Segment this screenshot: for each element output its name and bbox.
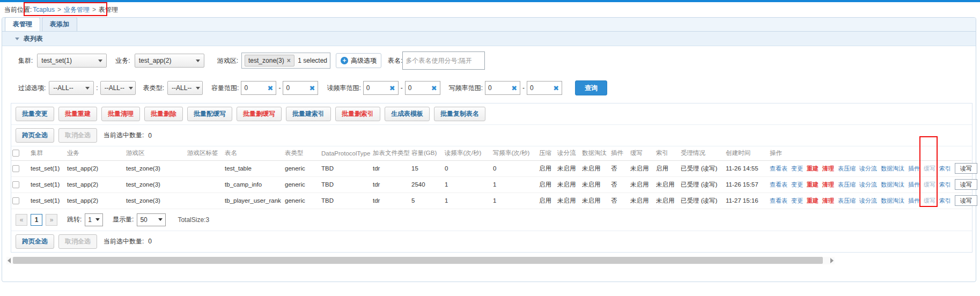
write-freq-to-input[interactable]: 0 ✖ [527, 81, 562, 95]
page-size-select[interactable]: 50 [137, 213, 166, 226]
action-mode-select[interactable]: 读写 [955, 179, 977, 190]
tab-table-management[interactable]: 表管理 [5, 17, 40, 31]
clear-icon[interactable]: ✖ [553, 84, 559, 92]
chip-remove-icon[interactable]: × [287, 57, 291, 64]
cancel-selection-button[interactable]: 取消全选 [58, 128, 97, 143]
scroll-right-arrow-icon[interactable] [830, 258, 834, 263]
action-read-split[interactable]: 读分流 [859, 165, 877, 173]
jump-page-select[interactable]: 1 [85, 213, 103, 226]
row-checkbox[interactable] [12, 197, 19, 204]
clear-icon[interactable]: ✖ [511, 84, 517, 92]
action-data-recycle[interactable]: 数据淘汰 [881, 181, 904, 189]
read-freq-from-input[interactable]: 0 ✖ [363, 81, 399, 95]
batch-remove-index-button[interactable]: 批量删索引 [335, 107, 380, 121]
action-index[interactable]: 索引 [939, 181, 951, 189]
batch-rebuild-button[interactable]: 批量重建 [58, 107, 97, 121]
breadcrumb-link-tcaplus[interactable]: Tcaplus [33, 6, 55, 13]
batch-copy-names-button[interactable]: 批量复制表名 [434, 107, 485, 121]
clear-icon[interactable]: ✖ [389, 84, 395, 92]
action-read-split[interactable]: 读分流 [859, 197, 877, 205]
action-index[interactable]: 索引 [939, 165, 951, 173]
action-clean[interactable]: 清理 [822, 181, 834, 189]
row-checkbox[interactable] [12, 165, 19, 172]
zone-multiselect[interactable]: test_zone(3) × 1 selected [241, 53, 330, 69]
capacity-from-input[interactable]: 0 ✖ [241, 81, 276, 95]
action-plugin[interactable]: 插件 [908, 197, 920, 205]
cluster-select[interactable]: test_set(1) [37, 54, 107, 68]
table-name-input[interactable] [402, 51, 485, 70]
business-select-value: test_app(2) [139, 57, 172, 64]
table-type-select[interactable]: --ALL-- [167, 81, 203, 95]
current-page[interactable]: 1 [31, 214, 42, 226]
select-all-pages-button[interactable]: 跨页全选 [16, 128, 54, 143]
action-view-table[interactable]: 查看表 [770, 165, 787, 173]
scrollbar-thumb[interactable] [13, 257, 823, 264]
clear-icon[interactable]: ✖ [309, 84, 315, 92]
filter-option-select-1[interactable]: --ALL-- [49, 81, 94, 95]
row-checkbox[interactable] [12, 181, 19, 188]
batch-add-cachewrite-button[interactable]: 批量配缓写 [187, 107, 232, 121]
action-cache-write[interactable]: 缓写 [924, 197, 935, 205]
action-change[interactable]: 变更 [791, 165, 803, 173]
next-page-button[interactable]: » [46, 214, 57, 226]
action-compress[interactable]: 表压缩 [838, 165, 856, 173]
business-select[interactable]: test_app(2) [135, 54, 204, 68]
action-rebuild[interactable]: 重建 [807, 165, 819, 173]
generate-template-button[interactable]: 生成表模板 [385, 107, 430, 121]
select-all-pages-button[interactable]: 跨页全选 [16, 234, 54, 249]
read-freq-to-input[interactable]: 0 ✖ [405, 81, 440, 95]
cell-data-recycle: 未启用 [581, 176, 610, 193]
action-data-recycle[interactable]: 数据淘汰 [881, 165, 904, 173]
col-header-zone: 游戏区 [125, 146, 186, 160]
batch-buttons-row: 批量变更 批量重建 批量清理 批量删除 批量配缓写 批量删缓写 批量建索引 批量… [11, 103, 972, 125]
breadcrumb-link-business-mgmt[interactable]: 业务管理 [64, 5, 90, 14]
action-rebuild[interactable]: 重建 [807, 197, 819, 205]
batch-clean-button[interactable]: 批量清理 [101, 107, 140, 121]
batch-create-index-button[interactable]: 批量建索引 [286, 107, 331, 121]
action-read-split[interactable]: 读分流 [859, 181, 877, 189]
prev-page-button[interactable]: « [16, 214, 27, 226]
action-clean[interactable]: 清理 [822, 197, 834, 205]
capacity-to-input[interactable]: 0 ✖ [283, 81, 318, 95]
action-mode-select[interactable]: 读写 [955, 163, 977, 174]
cell-read-split: 未启用 [556, 193, 581, 209]
select-all-checkbox[interactable] [12, 150, 19, 157]
breadcrumb-current: 表管理 [99, 5, 118, 14]
action-cache-write[interactable]: 缓写 [924, 181, 935, 189]
action-plugin[interactable]: 插件 [908, 181, 920, 189]
filter-option-select-2[interactable]: --ALL-- [100, 81, 136, 95]
action-rebuild[interactable]: 重建 [807, 181, 819, 189]
cell-capacity: 2540 [410, 176, 444, 193]
action-cache-write[interactable]: 缓写 [924, 165, 935, 173]
cell-data-recycle: 未启用 [581, 193, 610, 209]
cancel-selection-button[interactable]: 取消全选 [58, 234, 97, 249]
write-freq-from-input[interactable]: 0 ✖ [485, 81, 520, 95]
col-header-zone-tag: 游戏区标签 [186, 146, 224, 160]
advanced-options-button[interactable]: + 高级选项 [336, 53, 381, 68]
search-button[interactable]: 查询 [575, 80, 607, 95]
action-plugin[interactable]: 插件 [908, 165, 920, 173]
clear-icon[interactable]: ✖ [431, 84, 437, 92]
selected-count-value: 0 [148, 132, 152, 139]
col-header-actions: 操作 [769, 146, 971, 160]
action-compress[interactable]: 表压缩 [838, 197, 856, 205]
cell-zone: test_zone(3) [125, 176, 186, 193]
action-change[interactable]: 变更 [791, 181, 803, 189]
scroll-left-arrow-icon[interactable] [8, 258, 11, 263]
batch-delete-button[interactable]: 批量删除 [144, 107, 183, 121]
clear-icon[interactable]: ✖ [267, 84, 273, 92]
action-view-table[interactable]: 查看表 [770, 197, 787, 205]
action-change[interactable]: 变更 [791, 197, 803, 205]
tab-table-add[interactable]: 表添加 [42, 17, 77, 31]
batch-remove-cachewrite-button[interactable]: 批量删缓写 [237, 107, 282, 121]
horizontal-scrollbar[interactable] [6, 257, 835, 264]
collapse-triangle-icon[interactable] [15, 38, 19, 40]
action-index[interactable]: 索引 [939, 197, 951, 205]
chevron-down-icon [196, 60, 200, 62]
action-mode-select[interactable]: 读写 [955, 195, 977, 206]
action-view-table[interactable]: 查看表 [770, 181, 787, 189]
batch-change-button[interactable]: 批量变更 [16, 107, 54, 121]
action-clean[interactable]: 清理 [822, 165, 834, 173]
action-compress[interactable]: 表压缩 [838, 181, 856, 189]
action-data-recycle[interactable]: 数据淘汰 [881, 197, 904, 205]
